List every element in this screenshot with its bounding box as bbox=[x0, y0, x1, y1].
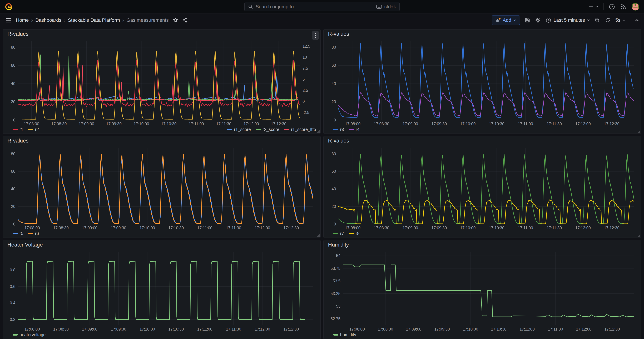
chart-svg: 17:08:0017:08:3017:09:0017:09:3017:10:00… bbox=[6, 145, 318, 231]
news-button[interactable] bbox=[620, 4, 626, 10]
chart-heater-voltage[interactable]: 17:08:0017:08:3017:09:0017:09:3017:10:00… bbox=[6, 249, 318, 332]
panel-title-heater-voltage[interactable]: Heater Voltage bbox=[8, 242, 43, 248]
refresh-button[interactable] bbox=[605, 17, 611, 23]
y-axis-tick: 0.8 bbox=[10, 268, 15, 272]
legend-item-r2[interactable]: r2 bbox=[28, 127, 39, 132]
search-input[interactable]: Search or jump to... ctrl+k bbox=[244, 2, 400, 12]
search-icon bbox=[248, 4, 253, 9]
y-axis-tick: 53 bbox=[336, 304, 340, 308]
legend-label: r1 bbox=[20, 127, 23, 132]
add-panel-icon bbox=[495, 18, 500, 23]
chart-r-values-3[interactable]: 17:08:0017:08:3017:09:0017:09:3017:10:00… bbox=[6, 145, 318, 231]
breadcrumb-dashboards[interactable]: Dashboards bbox=[35, 18, 62, 23]
dashboard-toolbar: Home › Dashboards › Stackable Data Platf… bbox=[0, 14, 644, 27]
save-dashboard-button[interactable] bbox=[524, 17, 530, 23]
x-axis-tick: 17:12:00 bbox=[575, 122, 591, 126]
chevron-right-icon: › bbox=[64, 17, 66, 23]
panel-header: Heater Voltage bbox=[6, 240, 318, 249]
legend-group-right: r1_scorer2_scorer1_score_lttb bbox=[227, 127, 316, 132]
series-line-r2 bbox=[18, 51, 300, 119]
panel-title-r-values-2[interactable]: R-values bbox=[328, 31, 349, 37]
legend-label: r8 bbox=[356, 231, 360, 236]
add-panel-label: Add bbox=[502, 18, 511, 23]
chevron-down-icon bbox=[587, 19, 590, 22]
clock-icon bbox=[546, 17, 552, 23]
legend-group-left: r7r8 bbox=[333, 231, 360, 236]
panel-title-r-values-1[interactable]: R-values bbox=[8, 31, 28, 37]
zoom-out-button[interactable] bbox=[594, 17, 600, 23]
legend-swatch bbox=[12, 129, 18, 130]
y-axis-tick: 60 bbox=[11, 63, 15, 68]
chart-r-values-2[interactable]: 17:08:0017:08:3017:09:0017:09:3017:10:00… bbox=[326, 38, 638, 127]
x-axis-tick: 17:12:30 bbox=[604, 226, 620, 230]
legend-label: r7 bbox=[340, 231, 344, 236]
panel-header: R-values bbox=[6, 136, 318, 145]
time-range-picker[interactable]: Last 5 minutes bbox=[546, 17, 590, 23]
legend-label: r6 bbox=[35, 231, 39, 236]
chart-svg: 17:08:0017:08:3017:09:0017:09:3017:10:00… bbox=[326, 249, 638, 332]
panel-title-r-values-3[interactable]: R-values bbox=[8, 138, 28, 144]
chevron-right-icon: › bbox=[31, 17, 33, 23]
user-avatar[interactable] bbox=[632, 3, 639, 10]
x-axis-tick: 17:10:00 bbox=[460, 226, 476, 230]
favorite-button[interactable] bbox=[172, 17, 178, 23]
y2-axis-tick: -2.5 bbox=[302, 110, 310, 115]
refresh-interval-label: 5s bbox=[615, 18, 620, 23]
legend-item-r3[interactable]: r3 bbox=[333, 127, 344, 132]
legend: humidity bbox=[326, 332, 638, 339]
new-button[interactable] bbox=[588, 4, 598, 10]
y-axis-tick: 40 bbox=[332, 187, 336, 191]
legend-item-r7[interactable]: r7 bbox=[333, 231, 344, 236]
x-axis-tick: 17:09:00 bbox=[79, 122, 94, 126]
panel-header: R-values bbox=[326, 30, 638, 38]
legend-item-r1_score[interactable]: r1_score bbox=[227, 127, 251, 132]
chart-humidity[interactable]: 17:08:0017:08:3017:09:0017:09:3017:10:00… bbox=[326, 249, 638, 332]
share-button[interactable] bbox=[182, 18, 188, 23]
menu-button[interactable] bbox=[5, 17, 12, 24]
x-axis-tick: 17:10:30 bbox=[491, 327, 506, 332]
legend-item-heatervoltage[interactable]: heatervoltage bbox=[12, 332, 46, 337]
legend-item-r8[interactable]: r8 bbox=[349, 231, 360, 236]
legend-item-r5[interactable]: r5 bbox=[12, 231, 23, 236]
legend-item-r4[interactable]: r4 bbox=[349, 127, 360, 132]
legend-item-r2_score[interactable]: r2_score bbox=[256, 127, 279, 132]
refresh-icon bbox=[605, 17, 611, 23]
chart-r-values-1[interactable]: 17:08:0017:08:3017:09:0017:09:3017:10:00… bbox=[6, 38, 318, 127]
collapse-toolbar-button[interactable] bbox=[635, 18, 639, 22]
refresh-interval-picker[interactable]: 5s bbox=[615, 18, 626, 23]
add-panel-button[interactable]: Add bbox=[492, 16, 520, 25]
x-axis-tick: 17:12:30 bbox=[604, 327, 620, 332]
legend-item-r6[interactable]: r6 bbox=[28, 231, 39, 236]
legend: r5r6 bbox=[6, 231, 318, 238]
chart-r-values-4[interactable]: 17:08:0017:08:3017:09:0017:09:3017:10:00… bbox=[326, 145, 638, 231]
x-axis-tick: 17:10:30 bbox=[489, 122, 504, 126]
dashboard-settings-button[interactable] bbox=[535, 17, 541, 23]
x-axis-tick: 17:09:30 bbox=[106, 122, 122, 126]
legend-item-humidity[interactable]: humidity bbox=[333, 332, 356, 337]
panel-title-humidity[interactable]: Humidity bbox=[328, 242, 349, 248]
x-axis-tick: 17:11:30 bbox=[226, 226, 241, 230]
help-button[interactable]: ? bbox=[609, 4, 615, 10]
chevron-right-icon: › bbox=[122, 17, 124, 23]
legend-label: humidity bbox=[340, 332, 356, 337]
breadcrumb-folder[interactable]: Stackable Data Platform bbox=[68, 18, 120, 23]
y-axis-tick: 20 bbox=[332, 204, 336, 209]
legend-group-left: r1r2 bbox=[12, 127, 39, 132]
panel-r-values-3: R-values17:08:0017:08:3017:09:0017:09:30… bbox=[3, 136, 320, 238]
y-axis-tick: 80 bbox=[11, 45, 15, 50]
x-axis-tick: 17:09:00 bbox=[402, 122, 418, 126]
x-axis-tick: 17:11:00 bbox=[518, 122, 533, 126]
breadcrumb-home[interactable]: Home bbox=[16, 18, 29, 23]
x-axis-tick: 17:11:30 bbox=[226, 327, 241, 332]
avatar-image bbox=[632, 3, 639, 10]
panel-title-r-values-4[interactable]: R-values bbox=[328, 138, 349, 144]
legend-item-r1_score_lttb[interactable]: r1_score_lttb bbox=[284, 127, 316, 132]
legend-group-left: r3r4 bbox=[333, 127, 360, 132]
panel-menu-button[interactable] bbox=[312, 31, 319, 40]
y-axis-tick: 40 bbox=[11, 187, 15, 191]
y-axis-tick: 52.75 bbox=[330, 316, 340, 321]
dashboard-canvas: R-values17:08:0017:08:3017:09:0017:09:30… bbox=[0, 27, 644, 339]
panel-r-values-4: R-values17:08:0017:08:3017:09:0017:09:30… bbox=[324, 136, 641, 238]
grafana-logo[interactable] bbox=[5, 3, 13, 11]
legend-item-r1[interactable]: r1 bbox=[12, 127, 23, 132]
